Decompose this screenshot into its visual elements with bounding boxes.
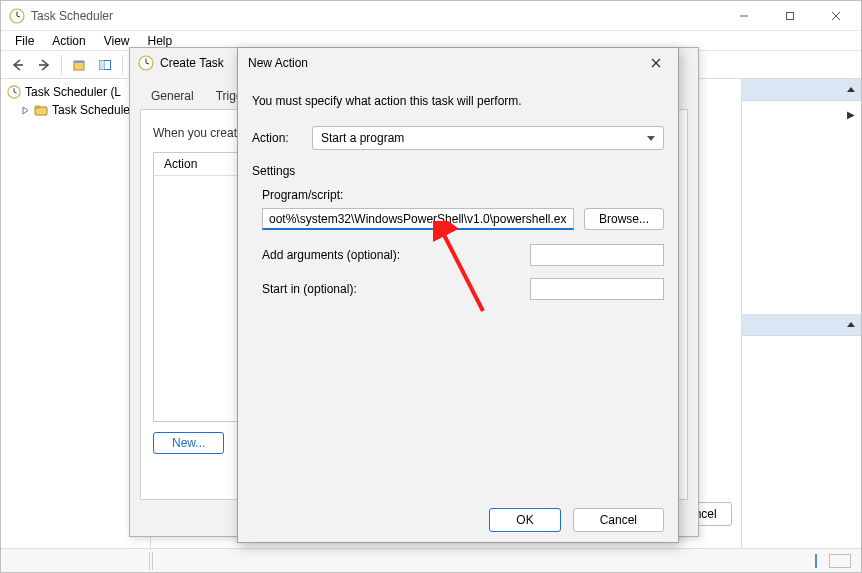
action-type-value: Start a program: [321, 131, 404, 145]
clock-icon: [9, 8, 25, 24]
program-script-label: Program/script:: [262, 188, 664, 202]
window-title: Task Scheduler: [31, 9, 721, 23]
new-action-instruction: You must specify what action this task w…: [252, 94, 664, 108]
new-action-title: New Action: [248, 56, 308, 70]
svg-rect-4: [787, 12, 794, 19]
clock-icon: [138, 55, 154, 71]
add-arguments-label: Add arguments (optional):: [262, 248, 400, 262]
task-scheduler-window: Task Scheduler File Action View Help ? T…: [0, 0, 862, 573]
toolbar-panes-icon[interactable]: [94, 54, 116, 76]
tree-child[interactable]: Task Schedule: [3, 101, 148, 119]
minimize-button[interactable]: [721, 1, 767, 30]
toolbar-separator: [61, 55, 62, 75]
forward-button[interactable]: [33, 54, 55, 76]
svg-rect-20: [35, 106, 40, 108]
create-task-title: Create Task: [160, 56, 224, 70]
new-action-titlebar: New Action: [238, 48, 678, 78]
tree-root[interactable]: Task Scheduler (L: [3, 83, 148, 101]
new-action-close-button[interactable]: [642, 52, 670, 74]
svg-rect-13: [100, 60, 105, 69]
new-action-body: You must specify what action this task w…: [238, 78, 678, 322]
ok-button[interactable]: OK: [489, 508, 560, 532]
chevron-right-icon: [21, 106, 30, 115]
actions-pane: ▶: [741, 79, 861, 548]
actions-pane-header-2[interactable]: [742, 314, 861, 336]
statusbar-box: [829, 554, 851, 568]
toolbar-action-icon[interactable]: [68, 54, 90, 76]
start-in-label: Start in (optional):: [262, 282, 357, 296]
chevron-up-icon: [847, 322, 855, 327]
clock-icon: [7, 85, 21, 99]
maximize-button[interactable]: [767, 1, 813, 30]
window-buttons: [721, 1, 859, 30]
program-script-input[interactable]: [262, 208, 574, 230]
settings-group-label: Settings: [252, 164, 664, 178]
add-arguments-input[interactable]: [530, 244, 664, 266]
actions-pane-header[interactable]: [742, 79, 861, 101]
toolbar-separator-2: [122, 55, 123, 75]
browse-button[interactable]: Browse...: [584, 208, 664, 230]
statusbar-separator: [149, 552, 153, 570]
chevron-up-icon: [847, 87, 855, 92]
new-action-dialog: New Action You must specify what action …: [237, 47, 679, 543]
folder-icon: [34, 103, 48, 117]
new-action-button[interactable]: New...: [153, 432, 224, 454]
actions-pane-play[interactable]: ▶: [742, 101, 861, 128]
titlebar: Task Scheduler: [1, 1, 861, 31]
action-type-select[interactable]: Start a program: [312, 126, 664, 150]
chevron-down-icon: [647, 136, 655, 141]
back-button[interactable]: [7, 54, 29, 76]
menu-file[interactable]: File: [7, 32, 42, 50]
col-action: Action: [154, 153, 207, 175]
tree-child-label: Task Schedule: [52, 103, 130, 117]
close-button[interactable]: [813, 1, 859, 30]
start-in-input[interactable]: [530, 278, 664, 300]
statusbar-right: [815, 554, 861, 568]
new-action-footer: OK Cancel: [489, 508, 664, 532]
action-label: Action:: [252, 131, 302, 145]
statusbar: [1, 548, 861, 572]
tab-general[interactable]: General: [140, 84, 205, 109]
menu-action[interactable]: Action: [44, 32, 93, 50]
actions-pane-body: ▶: [742, 101, 861, 314]
settings-group: Program/script: Browse... Add arguments …: [252, 188, 664, 300]
tree-root-label: Task Scheduler (L: [25, 85, 121, 99]
svg-rect-10: [74, 61, 84, 63]
cancel-button[interactable]: Cancel: [573, 508, 664, 532]
